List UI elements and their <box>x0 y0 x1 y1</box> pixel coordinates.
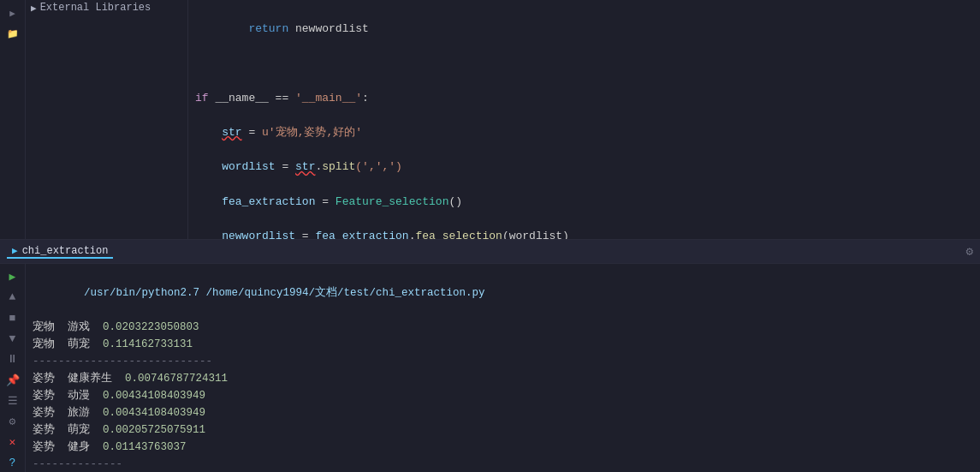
tree-label-external: External Libraries <box>40 2 151 14</box>
run-output[interactable]: /usr/bin/python2.7 /home/quincy1994/文档/t… <box>26 264 980 472</box>
code-line: newwordlist = fea_extraction.fea_selecti… <box>195 228 980 239</box>
run-sidebar: ▶ ▲ ■ ▼ ⏸ 📌 ☰ ⚙ ✕ ? <box>0 264 26 472</box>
folder-icon[interactable]: 📁 <box>3 24 22 43</box>
output-line-3: 姿势 健康养生 0.00746787724311 <box>33 370 973 387</box>
code-editor: return newwordlist if __name__ == '__mai… <box>188 0 980 239</box>
filter-icon[interactable]: ⚙ <box>3 412 22 430</box>
output-separator-2: -------------- <box>33 456 973 472</box>
help-icon[interactable]: ? <box>3 454 22 472</box>
run-tab-label: chi_extraction <box>22 245 109 257</box>
output-line-4: 姿势 动漫 0.00434108403949 <box>33 387 973 404</box>
tree-item-external[interactable]: ▶ External Libraries <box>26 0 187 15</box>
stop-button[interactable]: ■ <box>3 308 22 326</box>
code-content: return newwordlist if __name__ == '__mai… <box>188 0 980 239</box>
pin-icon[interactable]: 📌 <box>3 371 22 389</box>
output-command: /usr/bin/python2.7 /home/quincy1994/文档/t… <box>33 267 973 319</box>
run-header: ▶ chi_extraction ⚙ <box>0 240 980 264</box>
output-line-6: 姿势 萌宠 0.00205725075911 <box>33 421 973 439</box>
code-line: return newwordlist <box>195 21 980 38</box>
code-line: str = u'宠物,姿势,好的' <box>195 124 980 141</box>
settings-icon[interactable]: ⚙ <box>966 244 973 259</box>
close-icon[interactable]: ✕ <box>3 433 22 451</box>
code-line: if __name__ == '__main__': <box>195 90 980 107</box>
scroll-up-icon[interactable]: ▲ <box>3 288 22 306</box>
output-line-5: 姿势 旅游 0.00434108403949 <box>33 404 973 421</box>
output-line-1: 宠物 游戏 0.0203223050803 <box>33 319 973 336</box>
play-button[interactable]: ▶ <box>3 267 22 285</box>
left-sidebar: ▶ 📁 <box>0 0 26 239</box>
code-line: fea_extraction = Feature_selection() <box>195 194 980 211</box>
code-line <box>195 55 980 72</box>
run-panel: ▶ chi_extraction ⚙ ▶ ▲ ■ ▼ ⏸ 📌 ☰ ⚙ ✕ ? /… <box>0 239 980 472</box>
run-tab-icon: ▶ <box>12 245 18 256</box>
run-tab[interactable]: ▶ chi_extraction <box>7 245 113 259</box>
code-line: wordlist = str.split(',',') <box>195 158 980 176</box>
list-icon[interactable]: ☰ <box>3 391 22 409</box>
output-line-7: 姿势 健身 0.01143763037 <box>33 439 973 456</box>
output-separator-1: ---------------------------- <box>33 353 973 370</box>
run-icon[interactable]: ▶ <box>3 3 22 22</box>
output-line-2: 宠物 萌宠 0.114162733131 <box>33 336 973 353</box>
editor-area: ▶ 📁 ▶ External Libraries return newwordl… <box>0 0 980 239</box>
code-scroll[interactable]: return newwordlist if __name__ == '__mai… <box>188 0 980 239</box>
run-body: ▶ ▲ ■ ▼ ⏸ 📌 ☰ ⚙ ✕ ? /usr/bin/python2.7 /… <box>0 264 980 472</box>
pause-icon[interactable]: ⏸ <box>3 350 22 368</box>
tree-arrow-icon: ▶ <box>31 3 37 14</box>
project-tree: ▶ External Libraries <box>26 0 188 239</box>
scroll-down-icon[interactable]: ▼ <box>3 330 22 348</box>
